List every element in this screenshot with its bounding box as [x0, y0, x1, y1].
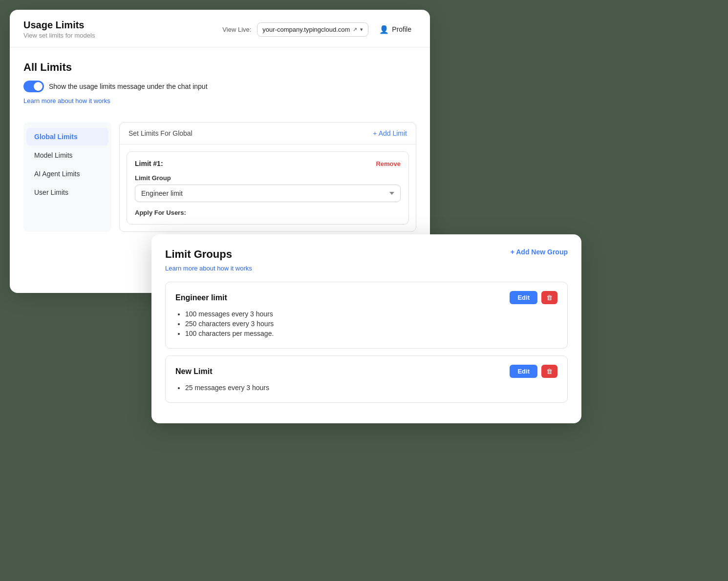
limit-card: Limit #1: Remove Limit Group Engineer li… — [127, 151, 409, 225]
view-live-label: View Live: — [222, 26, 251, 33]
limit-number: Limit #1: — [135, 160, 163, 167]
group-card-header-1: Engineer limit Edit 🗑 — [175, 291, 557, 304]
overlay-learn-more-link[interactable]: Learn more about how it works — [165, 265, 252, 272]
delete-button-2[interactable]: 🗑 — [541, 365, 557, 378]
limit-card-header: Limit #1: Remove — [135, 160, 401, 167]
apply-users-label: Apply For Users: — [135, 209, 401, 216]
limit-group-select[interactable]: Engineer limit — [135, 185, 401, 202]
overlay-header: Limit Groups + Add New Group — [165, 248, 568, 261]
main-body: All Limits Show the usage limits message… — [10, 47, 430, 246]
group-name-2: New Limit — [175, 367, 213, 376]
two-col-layout: Global Limits Model Limits AI Agent Limi… — [23, 122, 416, 232]
sidebar-item-model-limits[interactable]: Model Limits — [26, 146, 108, 164]
header-left: Usage Limits View set limits for models — [23, 20, 95, 39]
rule-1-2: 250 characters every 3 hours — [185, 320, 557, 328]
add-limit-button[interactable]: + Add Limit — [373, 129, 407, 137]
main-header: Usage Limits View set limits for models … — [10, 10, 430, 47]
page-subtitle: View set limits for models — [23, 32, 95, 39]
rule-1-1: 100 messages every 3 hours — [185, 310, 557, 318]
delete-button-1[interactable]: 🗑 — [541, 291, 557, 304]
sidebar-item-global-limits[interactable]: Global Limits — [26, 128, 108, 145]
panel-header: Set Limits For Global + Add Limit — [120, 123, 416, 145]
group-card-engineer: Engineer limit Edit 🗑 100 messages every… — [165, 282, 568, 349]
edit-button-1[interactable]: Edit — [510, 291, 537, 304]
overlay-title: Limit Groups — [165, 248, 232, 261]
chevron-down-icon: ▾ — [360, 26, 363, 33]
panel-header-title: Set Limits For Global — [128, 129, 193, 137]
group-actions-1: Edit 🗑 — [510, 291, 557, 304]
group-card-header-2: New Limit Edit 🗑 — [175, 365, 557, 378]
group-card-new-limit: New Limit Edit 🗑 25 messages every 3 hou… — [165, 355, 568, 403]
sidebar-item-user-limits[interactable]: User Limits — [26, 184, 108, 201]
profile-label: Profile — [392, 25, 411, 33]
rule-1-3: 100 characters per message. — [185, 330, 557, 337]
header-right: View Live: your-company.typingcloud.com … — [222, 22, 416, 37]
edit-button-2[interactable]: Edit — [510, 365, 537, 378]
sidebar-item-ai-agent-limits[interactable]: AI Agent Limits — [26, 165, 108, 183]
all-limits-title: All Limits — [23, 61, 416, 74]
add-new-group-button[interactable]: + Add New Group — [511, 248, 568, 256]
url-dropdown[interactable]: your-company.typingcloud.com ↗ ▾ — [257, 22, 368, 37]
remove-limit-button[interactable]: Remove — [376, 160, 401, 167]
usage-limit-toggle[interactable] — [23, 81, 44, 92]
group-name-1: Engineer limit — [175, 293, 227, 302]
rule-2-1: 25 messages every 3 hours — [185, 384, 557, 392]
toggle-label: Show the usage limits message under the … — [49, 83, 208, 90]
url-text: your-company.typingcloud.com — [262, 26, 350, 33]
overlay-card: Limit Groups + Add New Group Learn more … — [151, 234, 581, 423]
group-rules-1: 100 messages every 3 hours 250 character… — [175, 310, 557, 337]
profile-icon: 👤 — [379, 25, 389, 34]
right-panel: Set Limits For Global + Add Limit Limit … — [119, 122, 416, 232]
external-link-icon: ↗ — [353, 26, 357, 33]
page-title: Usage Limits — [23, 20, 95, 31]
profile-button[interactable]: 👤 Profile — [374, 22, 416, 37]
sidebar: Global Limits Model Limits AI Agent Limi… — [23, 122, 111, 232]
limit-group-label: Limit Group — [135, 174, 401, 182]
group-actions-2: Edit 🗑 — [510, 365, 557, 378]
toggle-row: Show the usage limits message under the … — [23, 81, 416, 92]
learn-more-link[interactable]: Learn more about how it works — [23, 97, 110, 104]
group-rules-2: 25 messages every 3 hours — [175, 384, 557, 392]
